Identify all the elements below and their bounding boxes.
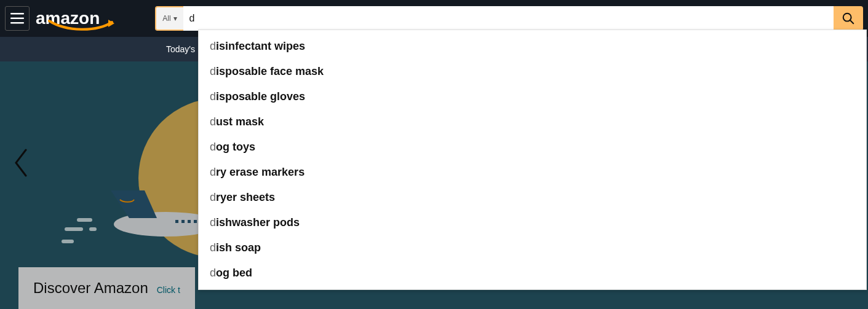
suggestion-prefix: d — [210, 241, 216, 254]
suggestion-prefix: d — [210, 65, 216, 77]
menu-button[interactable] — [5, 6, 30, 31]
search-bar: All ▾ — [155, 6, 863, 31]
suggestion-prefix: d — [210, 115, 216, 128]
suggestion-rest: ust mask — [216, 115, 264, 128]
suggestion-prefix: d — [210, 216, 216, 229]
suggestion-rest: isposable gloves — [216, 90, 305, 103]
suggestion-item[interactable]: disposable gloves — [199, 84, 866, 109]
hamburger-icon — [10, 13, 24, 24]
search-icon — [842, 12, 855, 25]
suggestion-prefix: d — [210, 166, 216, 178]
suggestion-rest: isinfectant wipes — [216, 40, 305, 52]
suggestion-item[interactable]: disinfectant wipes — [199, 34, 866, 59]
search-input[interactable] — [183, 6, 834, 31]
suggestion-item[interactable]: dryer sheets — [199, 185, 866, 210]
search-button[interactable] — [834, 6, 863, 31]
suggestion-rest: og bed — [216, 267, 252, 279]
suggestion-prefix: d — [210, 40, 216, 52]
suggestion-rest: ishwasher pods — [216, 216, 300, 229]
subnav-item-todays-deals[interactable]: Today's — [166, 44, 195, 54]
suggestion-item[interactable]: dog toys — [199, 135, 866, 160]
suggestion-rest: ry erase markers — [216, 166, 305, 178]
suggestion-item[interactable]: dish soap — [199, 235, 866, 260]
suggestion-rest: isposable face mask — [216, 65, 324, 77]
amazon-logo[interactable]: amazon — [36, 10, 100, 27]
svg-line-4 — [850, 20, 854, 24]
suggestion-rest: og toys — [216, 141, 255, 153]
smile-icon — [48, 20, 116, 32]
suggestion-item[interactable]: dishwasher pods — [199, 210, 866, 235]
suggestion-prefix: d — [210, 191, 216, 203]
search-suggestions-dropdown: disinfectant wipesdisposable face maskdi… — [198, 29, 867, 290]
suggestion-rest: ish soap — [216, 241, 261, 254]
search-category-dropdown[interactable]: All ▾ — [155, 6, 183, 31]
suggestion-prefix: d — [210, 90, 216, 103]
svg-rect-0 — [10, 13, 24, 15]
suggestion-prefix: d — [210, 267, 216, 279]
svg-rect-2 — [10, 22, 24, 24]
suggestion-item[interactable]: disposable face mask — [199, 59, 866, 84]
suggestion-rest: ryer sheets — [216, 191, 275, 203]
suggestion-item[interactable]: dust mask — [199, 109, 866, 135]
svg-rect-1 — [10, 18, 24, 20]
caret-down-icon: ▾ — [173, 14, 177, 23]
search-category-label: All — [162, 14, 170, 23]
suggestion-item[interactable]: dog bed — [199, 260, 866, 286]
suggestion-prefix: d — [210, 141, 216, 153]
suggestion-item[interactable]: dry erase markers — [199, 160, 866, 185]
